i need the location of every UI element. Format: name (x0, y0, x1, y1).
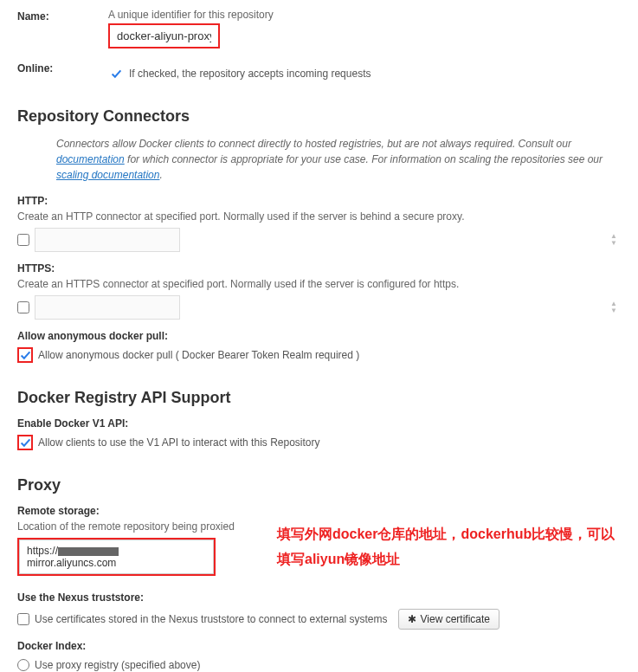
online-row: Online: If checked, the repository accep… (17, 61, 621, 81)
name-hint: A unique identifier for this repository (108, 9, 621, 21)
name-input[interactable] (110, 25, 218, 47)
remote-storage-label: Remote storage: (17, 505, 621, 517)
http-enable-checkbox[interactable] (17, 234, 29, 246)
https-hint: Create an HTTPS connector at specified p… (17, 278, 621, 290)
redacted-text (58, 547, 119, 556)
anon-pull-checkbox[interactable] (17, 347, 33, 363)
http-port-row: ▲▼ (17, 228, 621, 252)
proxy-heading: Proxy (17, 476, 621, 494)
https-label: HTTPS: (17, 262, 621, 275)
documentation-link[interactable]: documentation (56, 153, 125, 165)
v1-api-checkbox[interactable] (17, 435, 33, 450)
truststore-checkbox[interactable] (17, 613, 29, 625)
connectors-description: Connectors allow Docker clients to conne… (56, 136, 621, 183)
annotation-text: 填写外网docker仓库的地址，dockerhub比较慢，可以填写aliyun镜… (277, 522, 623, 572)
name-label: Name: (17, 9, 108, 23)
https-port-input[interactable] (35, 295, 180, 320)
http-label: HTTP: (17, 195, 621, 207)
name-row: Name: A unique identifier for this repos… (17, 9, 621, 48)
name-content: A unique identifier for this repository (108, 9, 621, 48)
anon-pull-checkbox-label: Allow anonymous docker pull ( Docker Bea… (38, 349, 359, 361)
stepper-icon[interactable]: ▲▼ (610, 233, 617, 247)
truststore-row: Use certificates stored in the Nexus tru… (17, 609, 621, 630)
remote-storage-highlight: https://mirror.aliyuncs.com (17, 538, 216, 576)
name-highlight (108, 23, 220, 48)
online-checkbox-label: If checked, the repository accepts incom… (129, 68, 371, 80)
connectors-heading: Repository Connectors (17, 107, 621, 126)
v1-api-checkbox-label: Allow clients to use the V1 API to inter… (38, 436, 320, 449)
remote-storage-input[interactable]: https://mirror.aliyuncs.com (19, 540, 214, 574)
https-port-row: ▲▼ (17, 295, 621, 320)
index-proxy-label: Use proxy registry (specified above) (35, 659, 200, 671)
stepper-icon[interactable]: ▲▼ (610, 300, 617, 314)
online-checkbox[interactable] (108, 66, 124, 81)
anon-pull-label: Allow anonymous docker pull: (17, 330, 621, 342)
anon-pull-row: Allow anonymous docker pull ( Docker Bea… (17, 347, 621, 363)
https-enable-checkbox[interactable] (17, 301, 29, 313)
http-port-input[interactable] (35, 228, 180, 252)
scaling-documentation-link[interactable]: scaling documentation (56, 169, 159, 181)
v1-api-label: Enable Docker V1 API: (17, 417, 621, 430)
truststore-label: Use the Nexus truststore: (17, 591, 621, 604)
index-proxy-radio[interactable] (17, 659, 29, 671)
online-label: Online: (17, 61, 108, 74)
truststore-checkbox-label: Use certificates stored in the Nexus tru… (35, 613, 388, 625)
http-hint: Create an HTTP connector at specified po… (17, 210, 621, 223)
online-content: If checked, the repository accepts incom… (108, 66, 621, 81)
docker-index-label: Docker Index: (17, 640, 621, 652)
view-certificate-button[interactable]: ✱ View certificate (398, 609, 499, 630)
gear-icon: ✱ (408, 613, 416, 625)
api-heading: Docker Registry API Support (17, 389, 621, 407)
v1-api-row: Allow clients to use the V1 API to inter… (17, 435, 621, 450)
index-proxy-row: Use proxy registry (specified above) (17, 659, 621, 671)
